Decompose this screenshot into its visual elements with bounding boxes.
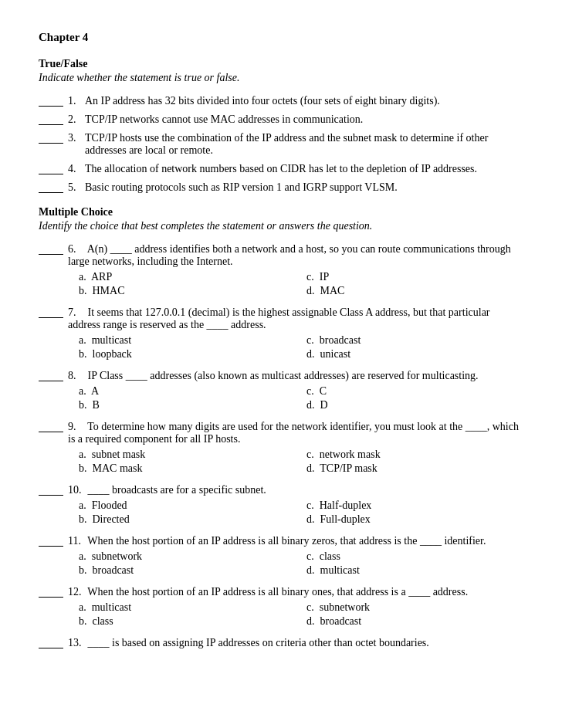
mc-content-11: 11. When the host portion of an IP addre… — [68, 535, 523, 578]
mc-text-13: ____ is based on assigning IP addresses … — [88, 637, 429, 648]
mc-choices-10: a. Flooded c. Half-duplex b. Directed d.… — [68, 499, 523, 527]
tf-num-2: 2. — [68, 113, 85, 126]
mc-section-subtitle: Identify the choice that best completes … — [39, 220, 523, 232]
tf-text-1: An IP address has 32 bits divided into f… — [85, 95, 523, 107]
mc-question-6: 6. A(n) ____ address identifies both a n… — [39, 243, 523, 299]
tf-question-1: 1. An IP address has 32 bits divided int… — [39, 95, 523, 107]
mc-text-7: It seems that 127.0.0.1 (decimal) is the… — [68, 306, 490, 330]
mc-choices-11: a. subnetwork c. class b. broadcast d. m… — [68, 550, 523, 578]
mc-choice-12c: c. subnetwork — [296, 601, 523, 614]
tf-text-5: Basic routing protocols such as RIP vers… — [85, 181, 523, 194]
tf-blank-1 — [39, 96, 63, 107]
tf-section: True/False Indicate whether the statemen… — [39, 58, 523, 194]
mc-question-13: 13. ____ is based on assigning IP addres… — [39, 637, 523, 649]
tf-blank-3 — [39, 133, 63, 144]
mc-content-10: 10. ____ broadcasts are for a specific s… — [68, 484, 523, 527]
tf-text-2: TCP/IP networks cannot use MAC addresses… — [85, 113, 523, 126]
mc-choices-8: a. A c. C b. B d. D — [68, 385, 523, 413]
mc-section: Multiple Choice Identify the choice that… — [39, 206, 523, 649]
tf-blank-2 — [39, 114, 63, 125]
mc-blank-13 — [39, 638, 63, 648]
mc-num-12: 12. — [68, 586, 85, 598]
mc-num-9: 9. — [68, 421, 85, 433]
mc-blank-10 — [39, 485, 63, 496]
mc-num-7: 7. — [68, 306, 85, 319]
mc-choice-6d: d. MAC — [296, 285, 523, 297]
tf-num-3: 3. — [68, 132, 85, 144]
mc-blank-12 — [39, 587, 63, 598]
mc-choice-8d: d. D — [296, 399, 523, 411]
mc-text-10: ____ broadcasts are for a specific subne… — [88, 484, 266, 496]
mc-content-7: 7. It seems that 127.0.0.1 (decimal) is … — [68, 306, 523, 362]
tf-section-subtitle: Indicate whether the statement is true o… — [39, 72, 523, 84]
mc-question-8: 8. IP Class ____ addresses (also known a… — [39, 370, 523, 413]
mc-text-11: When the host portion of an IP address i… — [87, 535, 486, 547]
mc-choice-7a: a. multicast — [68, 334, 296, 347]
mc-choice-8c: c. C — [296, 385, 523, 398]
mc-num-11: 11. — [68, 535, 85, 547]
mc-question-10: 10. ____ broadcasts are for a specific s… — [39, 484, 523, 527]
mc-blank-8 — [39, 371, 63, 381]
mc-num-13: 13. — [68, 637, 85, 649]
mc-content-13: 13. ____ is based on assigning IP addres… — [68, 637, 523, 649]
tf-question-4: 4. The allocation of network numbers bas… — [39, 163, 523, 175]
tf-blank-5 — [39, 182, 63, 193]
mc-choice-12d: d. broadcast — [296, 615, 523, 628]
mc-choices-9: a. subnet mask c. network mask b. MAC ma… — [68, 449, 523, 476]
mc-num-10: 10. — [68, 484, 85, 496]
tf-num-1: 1. — [68, 95, 85, 107]
mc-choice-11a: a. subnetwork — [68, 550, 296, 563]
tf-question-2: 2. TCP/IP networks cannot use MAC addres… — [39, 113, 523, 126]
mc-choice-12b: b. class — [68, 615, 296, 628]
mc-choice-9d: d. TCP/IP mask — [296, 462, 523, 475]
mc-choice-8a: a. A — [68, 385, 296, 398]
mc-choice-6b: b. HMAC — [68, 285, 296, 297]
tf-question-3: 3. TCP/IP hosts use the combination of t… — [39, 132, 523, 157]
mc-question-7: 7. It seems that 127.0.0.1 (decimal) is … — [39, 306, 523, 362]
mc-choices-7: a. multicast c. broadcast b. loopback d.… — [68, 334, 523, 362]
mc-choices-12: a. multicast c. subnetwork b. class d. b… — [68, 601, 523, 629]
mc-choice-7c: c. broadcast — [296, 334, 523, 347]
tf-section-title: True/False — [39, 58, 523, 70]
mc-choice-11d: d. multicast — [296, 564, 523, 577]
tf-question-5: 5. Basic routing protocols such as RIP v… — [39, 181, 523, 194]
mc-choice-12a: a. multicast — [68, 601, 296, 614]
tf-questions-list: 1. An IP address has 32 bits divided int… — [39, 95, 523, 194]
mc-choice-9c: c. network mask — [296, 449, 523, 461]
mc-question-11: 11. When the host portion of an IP addre… — [39, 535, 523, 578]
mc-choice-9a: a. subnet mask — [68, 449, 296, 461]
mc-choice-7b: b. loopback — [68, 348, 296, 361]
chapter-title: Chapter 4 — [39, 31, 523, 44]
tf-text-3: TCP/IP hosts use the combination of the … — [85, 132, 523, 157]
mc-blank-9 — [39, 422, 63, 432]
mc-blank-11 — [39, 536, 63, 547]
mc-question-9: 9. To determine how many digits are used… — [39, 421, 523, 476]
tf-num-4: 4. — [68, 163, 85, 175]
mc-choice-11c: c. class — [296, 550, 523, 563]
mc-choice-9b: b. MAC mask — [68, 462, 296, 475]
mc-choice-6c: c. IP — [296, 271, 523, 283]
mc-num-8: 8. — [68, 370, 85, 382]
mc-choice-10c: c. Half-duplex — [296, 499, 523, 512]
mc-question-12: 12. When the host portion of an IP addre… — [39, 586, 523, 629]
mc-content-6: 6. A(n) ____ address identifies both a n… — [68, 243, 523, 299]
mc-content-12: 12. When the host portion of an IP addre… — [68, 586, 523, 629]
mc-blank-7 — [39, 307, 63, 318]
mc-choice-10d: d. Full-duplex — [296, 513, 523, 526]
mc-content-8: 8. IP Class ____ addresses (also known a… — [68, 370, 523, 413]
mc-blank-6 — [39, 244, 63, 255]
mc-num-6: 6. — [68, 243, 85, 256]
mc-choice-6a: a. ARP — [68, 271, 296, 283]
mc-choices-6: a. ARP c. IP b. HMAC d. MAC — [68, 271, 523, 299]
mc-text-8: IP Class ____ addresses (also known as m… — [88, 370, 479, 381]
mc-choice-8b: b. B — [68, 399, 296, 411]
mc-text-6: A(n) ____ address identifies both a netw… — [68, 243, 511, 267]
tf-blank-4 — [39, 164, 63, 174]
mc-choice-10a: a. Flooded — [68, 499, 296, 512]
mc-choice-11b: b. broadcast — [68, 564, 296, 577]
mc-text-12: When the host portion of an IP address i… — [87, 586, 468, 598]
tf-text-4: The allocation of network numbers based … — [85, 163, 523, 175]
mc-section-title: Multiple Choice — [39, 206, 523, 218]
mc-text-9: To determine how many digits are used fo… — [68, 421, 519, 445]
tf-num-5: 5. — [68, 181, 85, 194]
